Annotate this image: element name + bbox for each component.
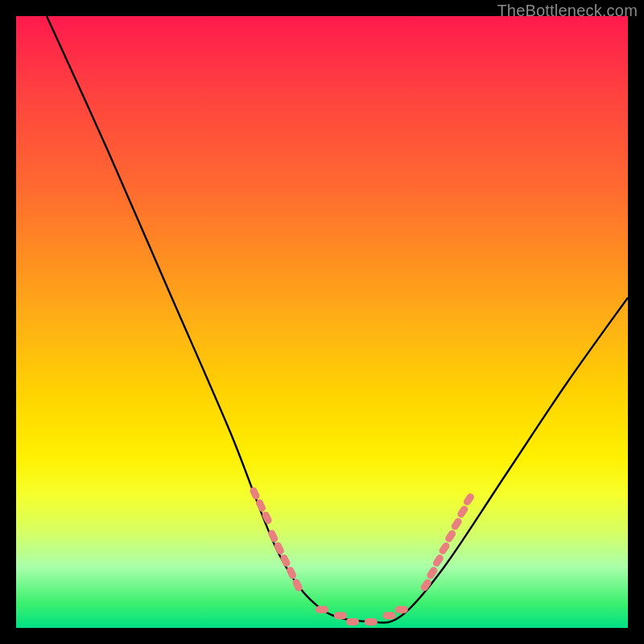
tick-dot <box>279 553 291 568</box>
bottom-tick-cluster <box>316 606 408 625</box>
chart-svg <box>16 16 628 628</box>
tick-dot <box>444 529 456 543</box>
tick-dot <box>450 517 463 531</box>
tick-dot <box>431 553 444 568</box>
chart-frame: TheBottleneck.com <box>0 0 644 644</box>
left-tick-cluster <box>249 486 303 592</box>
tick-dot <box>395 606 408 613</box>
tick-dot <box>334 612 347 619</box>
tick-dot <box>438 541 451 555</box>
tick-dot <box>383 612 396 619</box>
bottleneck-curve <box>47 16 628 623</box>
chart-plot-area <box>16 16 628 628</box>
tick-dot <box>462 492 475 506</box>
tick-dot <box>365 618 378 625</box>
tick-dot <box>249 486 261 501</box>
tick-dot <box>456 504 469 518</box>
tick-dot <box>346 618 359 625</box>
tick-dot <box>273 541 285 555</box>
tick-dot <box>316 606 328 613</box>
right-tick-cluster <box>419 492 476 592</box>
